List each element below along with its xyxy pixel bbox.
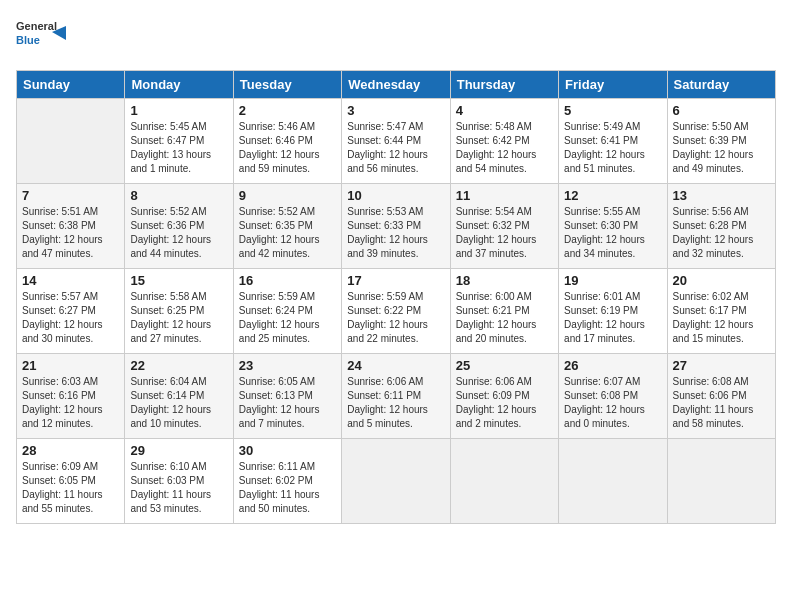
- day-number: 24: [347, 358, 444, 373]
- day-number: 4: [456, 103, 553, 118]
- calendar-cell: [17, 99, 125, 184]
- day-number: 18: [456, 273, 553, 288]
- day-info: Sunrise: 5:52 AMSunset: 6:36 PMDaylight:…: [130, 205, 227, 261]
- day-number: 15: [130, 273, 227, 288]
- day-info: Sunrise: 5:53 AMSunset: 6:33 PMDaylight:…: [347, 205, 444, 261]
- calendar-week-row: 21Sunrise: 6:03 AMSunset: 6:16 PMDayligh…: [17, 354, 776, 439]
- day-info: Sunrise: 5:55 AMSunset: 6:30 PMDaylight:…: [564, 205, 661, 261]
- day-number: 13: [673, 188, 770, 203]
- day-info: Sunrise: 5:45 AMSunset: 6:47 PMDaylight:…: [130, 120, 227, 176]
- calendar-cell: 6Sunrise: 5:50 AMSunset: 6:39 PMDaylight…: [667, 99, 775, 184]
- calendar-cell: [450, 439, 558, 524]
- day-info: Sunrise: 5:58 AMSunset: 6:25 PMDaylight:…: [130, 290, 227, 346]
- day-info: Sunrise: 5:56 AMSunset: 6:28 PMDaylight:…: [673, 205, 770, 261]
- calendar-cell: [342, 439, 450, 524]
- day-number: 19: [564, 273, 661, 288]
- calendar-cell: 23Sunrise: 6:05 AMSunset: 6:13 PMDayligh…: [233, 354, 341, 439]
- day-info: Sunrise: 5:49 AMSunset: 6:41 PMDaylight:…: [564, 120, 661, 176]
- day-number: 27: [673, 358, 770, 373]
- day-number: 6: [673, 103, 770, 118]
- calendar-cell: 12Sunrise: 5:55 AMSunset: 6:30 PMDayligh…: [559, 184, 667, 269]
- svg-text:General: General: [16, 20, 57, 32]
- day-info: Sunrise: 5:54 AMSunset: 6:32 PMDaylight:…: [456, 205, 553, 261]
- calendar-cell: 18Sunrise: 6:00 AMSunset: 6:21 PMDayligh…: [450, 269, 558, 354]
- day-number: 10: [347, 188, 444, 203]
- calendar-cell: 19Sunrise: 6:01 AMSunset: 6:19 PMDayligh…: [559, 269, 667, 354]
- calendar-cell: 22Sunrise: 6:04 AMSunset: 6:14 PMDayligh…: [125, 354, 233, 439]
- calendar-cell: 4Sunrise: 5:48 AMSunset: 6:42 PMDaylight…: [450, 99, 558, 184]
- day-number: 11: [456, 188, 553, 203]
- column-header-friday: Friday: [559, 71, 667, 99]
- calendar-cell: 27Sunrise: 6:08 AMSunset: 6:06 PMDayligh…: [667, 354, 775, 439]
- column-header-wednesday: Wednesday: [342, 71, 450, 99]
- day-info: Sunrise: 6:07 AMSunset: 6:08 PMDaylight:…: [564, 375, 661, 431]
- calendar-week-row: 1Sunrise: 5:45 AMSunset: 6:47 PMDaylight…: [17, 99, 776, 184]
- calendar-cell: [667, 439, 775, 524]
- day-number: 21: [22, 358, 119, 373]
- day-number: 7: [22, 188, 119, 203]
- column-header-saturday: Saturday: [667, 71, 775, 99]
- day-info: Sunrise: 6:01 AMSunset: 6:19 PMDaylight:…: [564, 290, 661, 346]
- calendar-cell: 20Sunrise: 6:02 AMSunset: 6:17 PMDayligh…: [667, 269, 775, 354]
- calendar-week-row: 14Sunrise: 5:57 AMSunset: 6:27 PMDayligh…: [17, 269, 776, 354]
- day-number: 12: [564, 188, 661, 203]
- calendar-cell: 11Sunrise: 5:54 AMSunset: 6:32 PMDayligh…: [450, 184, 558, 269]
- calendar-cell: 29Sunrise: 6:10 AMSunset: 6:03 PMDayligh…: [125, 439, 233, 524]
- day-number: 9: [239, 188, 336, 203]
- svg-text:Blue: Blue: [16, 34, 40, 46]
- day-info: Sunrise: 6:06 AMSunset: 6:11 PMDaylight:…: [347, 375, 444, 431]
- day-number: 20: [673, 273, 770, 288]
- day-number: 8: [130, 188, 227, 203]
- calendar-table: SundayMondayTuesdayWednesdayThursdayFrid…: [16, 70, 776, 524]
- day-number: 22: [130, 358, 227, 373]
- calendar-cell: 24Sunrise: 6:06 AMSunset: 6:11 PMDayligh…: [342, 354, 450, 439]
- calendar-cell: 10Sunrise: 5:53 AMSunset: 6:33 PMDayligh…: [342, 184, 450, 269]
- day-info: Sunrise: 6:03 AMSunset: 6:16 PMDaylight:…: [22, 375, 119, 431]
- day-number: 17: [347, 273, 444, 288]
- column-header-thursday: Thursday: [450, 71, 558, 99]
- column-header-sunday: Sunday: [17, 71, 125, 99]
- calendar-cell: 1Sunrise: 5:45 AMSunset: 6:47 PMDaylight…: [125, 99, 233, 184]
- calendar-cell: 14Sunrise: 5:57 AMSunset: 6:27 PMDayligh…: [17, 269, 125, 354]
- calendar-cell: 25Sunrise: 6:06 AMSunset: 6:09 PMDayligh…: [450, 354, 558, 439]
- calendar-cell: 15Sunrise: 5:58 AMSunset: 6:25 PMDayligh…: [125, 269, 233, 354]
- day-number: 25: [456, 358, 553, 373]
- calendar-week-row: 7Sunrise: 5:51 AMSunset: 6:38 PMDaylight…: [17, 184, 776, 269]
- calendar-header-row: SundayMondayTuesdayWednesdayThursdayFrid…: [17, 71, 776, 99]
- day-info: Sunrise: 6:06 AMSunset: 6:09 PMDaylight:…: [456, 375, 553, 431]
- day-info: Sunrise: 5:48 AMSunset: 6:42 PMDaylight:…: [456, 120, 553, 176]
- day-info: Sunrise: 6:05 AMSunset: 6:13 PMDaylight:…: [239, 375, 336, 431]
- calendar-week-row: 28Sunrise: 6:09 AMSunset: 6:05 PMDayligh…: [17, 439, 776, 524]
- calendar-cell: 16Sunrise: 5:59 AMSunset: 6:24 PMDayligh…: [233, 269, 341, 354]
- calendar-cell: 3Sunrise: 5:47 AMSunset: 6:44 PMDaylight…: [342, 99, 450, 184]
- calendar-cell: 17Sunrise: 5:59 AMSunset: 6:22 PMDayligh…: [342, 269, 450, 354]
- calendar-cell: 5Sunrise: 5:49 AMSunset: 6:41 PMDaylight…: [559, 99, 667, 184]
- calendar-cell: 28Sunrise: 6:09 AMSunset: 6:05 PMDayligh…: [17, 439, 125, 524]
- calendar-cell: 2Sunrise: 5:46 AMSunset: 6:46 PMDaylight…: [233, 99, 341, 184]
- logo-svg: General Blue: [16, 16, 66, 58]
- calendar-cell: [559, 439, 667, 524]
- day-info: Sunrise: 6:10 AMSunset: 6:03 PMDaylight:…: [130, 460, 227, 516]
- page-header: General Blue: [16, 16, 776, 58]
- day-info: Sunrise: 5:52 AMSunset: 6:35 PMDaylight:…: [239, 205, 336, 261]
- calendar-cell: 30Sunrise: 6:11 AMSunset: 6:02 PMDayligh…: [233, 439, 341, 524]
- day-info: Sunrise: 5:57 AMSunset: 6:27 PMDaylight:…: [22, 290, 119, 346]
- day-info: Sunrise: 6:11 AMSunset: 6:02 PMDaylight:…: [239, 460, 336, 516]
- day-number: 28: [22, 443, 119, 458]
- day-info: Sunrise: 6:02 AMSunset: 6:17 PMDaylight:…: [673, 290, 770, 346]
- day-info: Sunrise: 6:00 AMSunset: 6:21 PMDaylight:…: [456, 290, 553, 346]
- day-info: Sunrise: 6:04 AMSunset: 6:14 PMDaylight:…: [130, 375, 227, 431]
- day-number: 23: [239, 358, 336, 373]
- day-info: Sunrise: 5:51 AMSunset: 6:38 PMDaylight:…: [22, 205, 119, 261]
- calendar-cell: 13Sunrise: 5:56 AMSunset: 6:28 PMDayligh…: [667, 184, 775, 269]
- day-info: Sunrise: 5:46 AMSunset: 6:46 PMDaylight:…: [239, 120, 336, 176]
- day-number: 30: [239, 443, 336, 458]
- day-number: 26: [564, 358, 661, 373]
- calendar-cell: 8Sunrise: 5:52 AMSunset: 6:36 PMDaylight…: [125, 184, 233, 269]
- day-number: 2: [239, 103, 336, 118]
- day-info: Sunrise: 5:47 AMSunset: 6:44 PMDaylight:…: [347, 120, 444, 176]
- calendar-cell: 26Sunrise: 6:07 AMSunset: 6:08 PMDayligh…: [559, 354, 667, 439]
- day-number: 3: [347, 103, 444, 118]
- day-number: 5: [564, 103, 661, 118]
- column-header-monday: Monday: [125, 71, 233, 99]
